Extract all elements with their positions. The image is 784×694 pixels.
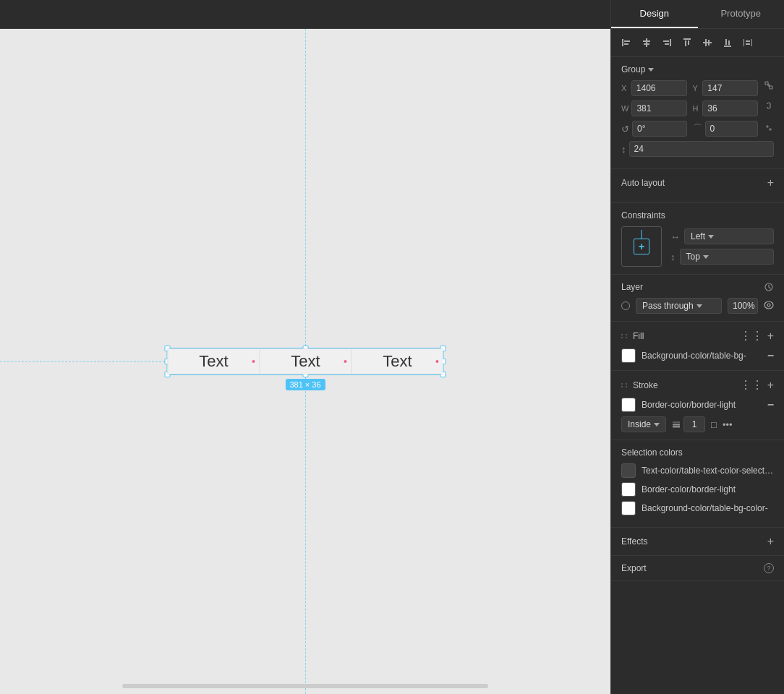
text-dot-2 bbox=[344, 360, 347, 363]
constraints-grid: + ↔ Left ↕ Top bbox=[621, 226, 774, 267]
fill-header: Fill ⋮⋮ + bbox=[621, 329, 774, 343]
sel-color-2-swatch[interactable] bbox=[621, 482, 636, 497]
blend-mode-dropdown[interactable]: Pass through bbox=[636, 298, 722, 314]
w-value[interactable]: 381 bbox=[631, 100, 686, 116]
effects-row: Effects + bbox=[621, 535, 774, 548]
svg-rect-20 bbox=[746, 40, 750, 42]
canvas-content[interactable]: Text Text Text 381 × 36 bbox=[0, 29, 610, 694]
visibility-toggle[interactable] bbox=[764, 300, 774, 312]
rotation-value[interactable]: 0° bbox=[632, 121, 687, 137]
align-bottom-btn[interactable] bbox=[720, 35, 736, 51]
distribute-btn[interactable] bbox=[740, 35, 756, 51]
w-field: W 381 bbox=[621, 100, 687, 116]
spacing-row: ↕ 24 bbox=[621, 141, 774, 157]
corner-value[interactable]: 0 bbox=[705, 121, 759, 137]
fill-color-swatch[interactable] bbox=[621, 348, 636, 363]
sel-color-1-swatch[interactable] bbox=[621, 463, 636, 478]
text-cell-2[interactable]: Text bbox=[260, 348, 351, 374]
stroke-width-row: 1 bbox=[672, 416, 705, 432]
align-right-btn[interactable] bbox=[659, 35, 675, 51]
selection-box[interactable]: Text Text Text 381 × 36 bbox=[167, 348, 444, 375]
spacing-value[interactable]: 24 bbox=[629, 141, 775, 157]
auto-layout-add-btn[interactable]: + bbox=[767, 176, 774, 189]
group-chevron bbox=[648, 68, 654, 72]
group-dropdown[interactable]: Group bbox=[621, 64, 654, 74]
effects-add-btn[interactable]: + bbox=[767, 535, 774, 548]
canvas-scrollbar[interactable] bbox=[122, 684, 488, 688]
svg-rect-4 bbox=[643, 40, 650, 42]
svg-rect-1 bbox=[624, 40, 630, 42]
svg-rect-10 bbox=[685, 40, 686, 46]
opacity-field[interactable]: 100% bbox=[728, 298, 758, 314]
svg-rect-3 bbox=[646, 38, 647, 47]
stroke-settings-btn[interactable]: ⋮⋮ bbox=[740, 378, 763, 392]
svg-rect-13 bbox=[705, 39, 707, 46]
right-panel: Design Prototype Gro bbox=[610, 0, 784, 694]
svg-rect-6 bbox=[670, 39, 671, 46]
size-label: 381 × 36 bbox=[285, 379, 325, 390]
text-dot-1 bbox=[252, 360, 255, 363]
stroke-width-field[interactable]: 1 bbox=[683, 416, 705, 432]
selection-colors-header: Selection colors bbox=[621, 447, 774, 458]
constraint-visual: + bbox=[621, 226, 662, 267]
tab-design[interactable]: Design bbox=[611, 0, 698, 28]
x-field: X 1406 bbox=[621, 80, 687, 96]
xy-row: X 1406 Y 147 bbox=[621, 80, 774, 96]
layer-options-btn[interactable] bbox=[764, 282, 774, 292]
stroke-color-swatch[interactable] bbox=[621, 398, 636, 412]
stroke-remove-btn[interactable]: − bbox=[767, 398, 774, 411]
spacing-field: ↕ 24 bbox=[621, 141, 774, 157]
stroke-color-name: Border-color/border-light bbox=[642, 400, 762, 410]
svg-rect-9 bbox=[683, 38, 691, 40]
fill-add-btn[interactable]: + bbox=[767, 330, 774, 343]
stroke-options-row: Inside 1 □ ••• bbox=[621, 416, 774, 432]
stroke-lines-icon bbox=[672, 420, 681, 429]
link-corner-icon[interactable] bbox=[764, 123, 774, 135]
stroke-position-dropdown[interactable]: Inside bbox=[621, 416, 666, 432]
fill-color-name: Background-color/table-bg- bbox=[642, 351, 762, 361]
fill-section: Fill ⋮⋮ + Background-color/table-bg- − bbox=[611, 322, 784, 371]
text-cell-3[interactable]: Text bbox=[351, 348, 443, 374]
align-top-btn[interactable] bbox=[679, 35, 695, 51]
align-left-btn[interactable] bbox=[618, 35, 634, 51]
export-section: Export ? bbox=[611, 556, 784, 581]
svg-rect-17 bbox=[728, 40, 730, 45]
h-value[interactable]: 36 bbox=[702, 100, 758, 116]
y-value[interactable]: 147 bbox=[702, 80, 758, 96]
export-info-icon[interactable]: ? bbox=[764, 563, 774, 573]
h-constraint-icon: ↔ bbox=[670, 231, 680, 242]
x-value[interactable]: 1406 bbox=[631, 80, 687, 96]
stroke-add-btn[interactable]: + bbox=[767, 379, 774, 392]
rotation-row: ↺ 0° ⌒ 0 bbox=[621, 121, 774, 137]
v-constraint-icon: ↕ bbox=[670, 252, 676, 262]
svg-rect-14 bbox=[708, 40, 710, 46]
auto-layout-header: Auto layout + bbox=[621, 176, 774, 189]
link-xy-icon[interactable] bbox=[764, 80, 774, 96]
stroke-color-row: Border-color/border-light − bbox=[621, 398, 774, 412]
constraints-header: Constraints bbox=[621, 210, 774, 220]
stroke-more-btn[interactable]: ••• bbox=[723, 419, 733, 430]
svg-rect-12 bbox=[703, 42, 712, 43]
link-wh-icon[interactable] bbox=[764, 100, 774, 116]
align-center-v-btn[interactable] bbox=[699, 35, 715, 51]
align-center-h-btn[interactable] bbox=[639, 35, 655, 51]
stroke-corner-btn[interactable]: □ bbox=[711, 419, 717, 430]
svg-point-25 bbox=[764, 301, 773, 309]
fill-remove-btn[interactable]: − bbox=[767, 349, 774, 362]
blend-chevron bbox=[696, 304, 702, 308]
h-constraint-dropdown[interactable]: Left bbox=[684, 228, 774, 244]
sel-color-3-swatch[interactable] bbox=[621, 501, 636, 515]
svg-rect-5 bbox=[644, 43, 649, 45]
fill-settings-btn[interactable]: ⋮⋮ bbox=[740, 329, 763, 343]
constraint-line-top bbox=[642, 230, 642, 239]
v-constraint-dropdown[interactable]: Top bbox=[680, 249, 775, 265]
fill-drag-handle bbox=[621, 334, 629, 338]
selection-group[interactable]: Text Text Text 381 × 36 bbox=[167, 348, 444, 375]
svg-point-26 bbox=[767, 304, 770, 307]
text-cell-1[interactable]: Text bbox=[168, 348, 260, 374]
svg-rect-22 bbox=[765, 82, 768, 85]
tab-prototype[interactable]: Prototype bbox=[698, 0, 785, 28]
wh-row: W 381 H 36 bbox=[621, 100, 774, 116]
svg-rect-8 bbox=[665, 43, 669, 45]
canvas-topbar bbox=[0, 0, 610, 29]
